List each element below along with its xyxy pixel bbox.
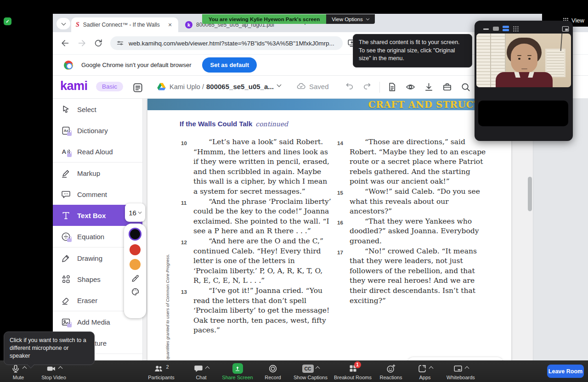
address-bar[interactable]: web.kamihq.com/web/viewer.html?state=%7B… xyxy=(110,36,343,50)
sadlier-favicon: S xyxy=(76,21,79,28)
paragraph-number: 10 xyxy=(181,139,187,149)
participants-button[interactable]: 2 Participants xyxy=(141,360,182,382)
tool-select[interactable]: Select xyxy=(53,99,142,120)
passage-title: If the Walls Could Talkcontinued xyxy=(180,120,288,128)
button-label: Show Captions xyxy=(294,375,328,380)
pop-out-icon[interactable] xyxy=(562,26,569,32)
paragraph-number: 13 xyxy=(181,287,187,298)
tool-dictionary[interactable]: Az Dictionary xyxy=(53,120,142,141)
section-banner: CRAFT AND STRUCTURE xyxy=(147,99,511,110)
share-screen-icon xyxy=(232,363,243,374)
view-options-button[interactable]: View Options xyxy=(326,14,375,24)
leave-room-button[interactable]: Leave Room xyxy=(547,365,584,378)
tool-read-aloud[interactable]: A Read Aloud xyxy=(53,141,142,162)
chevron-down-icon[interactable] xyxy=(277,83,282,87)
video-panel xyxy=(475,21,573,141)
shapes-icon xyxy=(61,274,71,285)
tool-label: Markup xyxy=(77,169,100,177)
tab-search-button[interactable] xyxy=(57,18,70,29)
paragraph-text: “That they were Yankees who doodled?” as… xyxy=(350,217,489,247)
paragraph: 11“And the phrase ‘Proclaim liberty’ cou… xyxy=(193,197,331,236)
outline-panel-icon[interactable] xyxy=(132,82,143,93)
breakout-rooms-button[interactable]: 1 Breakout Rooms xyxy=(328,360,378,382)
file-name[interactable]: 800065_se5_u05_a... xyxy=(206,83,274,90)
tab-sadlier[interactable]: S Sadlier Connect™ - If the Walls xyxy=(71,17,178,32)
search-icon[interactable] xyxy=(460,82,471,93)
paragraph-text: “Those are directions,” said Robert. “Ma… xyxy=(350,137,489,187)
chevron-up-icon[interactable] xyxy=(23,366,27,371)
forward-icon[interactable] xyxy=(77,38,87,48)
participants-count: 2 xyxy=(166,364,169,370)
button-label: Whiteboards xyxy=(447,375,475,380)
lock-icon xyxy=(67,324,72,327)
color-swatch-black-selected[interactable] xyxy=(129,228,141,241)
record-button[interactable]: Record xyxy=(254,360,291,382)
active-view-icon[interactable] xyxy=(503,26,509,32)
site-settings-icon[interactable] xyxy=(116,39,124,47)
scrollbar-thumb[interactable] xyxy=(528,177,532,211)
reactions-button[interactable]: Reactions xyxy=(373,360,409,382)
palette-icon[interactable] xyxy=(130,287,140,297)
chat-button[interactable]: Chat xyxy=(183,360,220,382)
chevron-up-icon[interactable] xyxy=(205,366,210,371)
button-label: Record xyxy=(265,375,281,380)
share-screen-button[interactable]: Share Screen xyxy=(215,360,260,382)
tool-label: Comment xyxy=(77,191,107,198)
font-size-dropdown[interactable]: 16 xyxy=(125,203,145,222)
minimize-icon[interactable] xyxy=(483,28,489,30)
paragraph-number: 15 xyxy=(337,188,343,198)
chevron-down-icon xyxy=(138,210,141,214)
paragraph-text: “And the phrase ‘Proclaim liberty’ could… xyxy=(193,197,331,236)
tool-label: Select xyxy=(77,106,96,113)
pages-icon[interactable] xyxy=(387,82,398,93)
person-brow xyxy=(527,55,531,56)
person-eye xyxy=(528,58,531,60)
redo-icon[interactable] xyxy=(362,82,373,93)
saved-label: Saved xyxy=(309,83,329,90)
color-swatch-orange[interactable] xyxy=(130,259,141,270)
eyedropper-icon[interactable] xyxy=(130,274,140,283)
cloud-saved-icon xyxy=(296,82,306,91)
print-icon[interactable] xyxy=(442,82,453,93)
view-options-icon[interactable] xyxy=(405,82,416,93)
color-swatch-red[interactable] xyxy=(130,244,141,255)
chat-icon xyxy=(193,364,204,374)
gallery-view-icon[interactable] xyxy=(513,26,519,32)
set-as-default-button[interactable]: Set as default xyxy=(202,57,257,73)
screen-share-banner: You are viewing Kylie Hyewon Park's scre… xyxy=(202,14,375,24)
right-column: 14“Those are directions,” said Robert. “… xyxy=(350,137,489,306)
page-controls[interactable] xyxy=(407,357,503,360)
chevron-up-icon[interactable] xyxy=(58,366,62,371)
speaker-view-icon[interactable] xyxy=(493,27,499,31)
comment-icon xyxy=(61,189,71,200)
pdf-page: CRAFT AND STRUCTURE If the Walls Could T… xyxy=(147,99,511,360)
tool-markup[interactable]: Markup xyxy=(53,163,142,184)
button-label: Chat xyxy=(196,375,206,380)
paragraph: 16“That they were Yankees who doodled?” … xyxy=(350,217,489,247)
undo-icon[interactable] xyxy=(345,82,356,93)
view-label: View xyxy=(571,17,584,24)
back-icon[interactable] xyxy=(60,38,70,48)
plan-badge: Basic xyxy=(96,82,123,91)
chevron-down-icon xyxy=(61,21,66,25)
tool-label: Read Aloud xyxy=(77,148,113,156)
download-icon[interactable] xyxy=(424,82,435,93)
eraser-icon xyxy=(61,295,71,306)
participant-tile[interactable] xyxy=(478,101,568,126)
whiteboards-button[interactable]: Whiteboards xyxy=(438,360,484,382)
tab-title: Sadlier Connect™ - If the Walls xyxy=(83,22,163,28)
svg-text:A: A xyxy=(62,148,66,155)
close-icon[interactable] xyxy=(166,21,174,28)
notification-badge: 1 xyxy=(354,361,361,368)
paragraph: 13“I’ve got it!” Joanna cried. “You read… xyxy=(193,286,331,336)
tool-comment[interactable]: Comment xyxy=(53,184,142,205)
chevron-up-icon[interactable] xyxy=(429,366,434,371)
show-captions-button[interactable]: CC Show Captions xyxy=(288,360,334,382)
reactions-icon xyxy=(386,364,396,374)
chevron-up-icon[interactable] xyxy=(465,366,469,371)
participant-video[interactable] xyxy=(476,34,571,87)
person-shoulders xyxy=(496,72,553,87)
tool-label: Drawing xyxy=(77,254,102,262)
reload-icon[interactable] xyxy=(93,38,103,48)
chevron-up-icon[interactable] xyxy=(315,366,320,371)
